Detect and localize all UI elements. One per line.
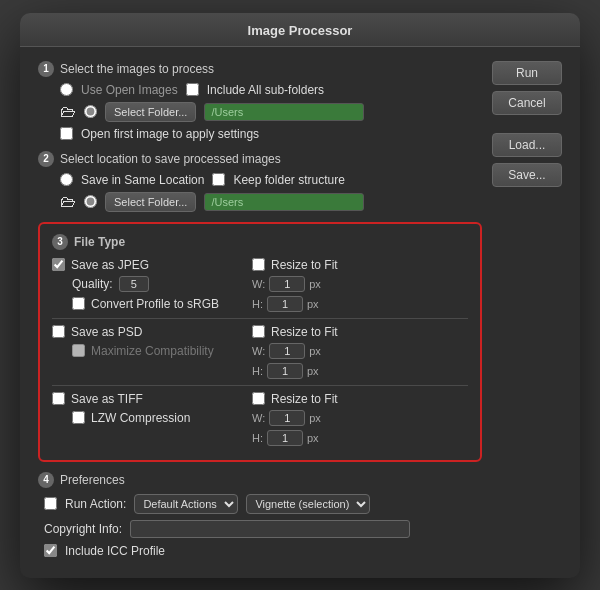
row-psd: Save as PSD Resize to Fit [52, 325, 468, 339]
ft-right-tiff-w: W: px [252, 410, 468, 426]
section-4-header: 4 Preferences [38, 472, 482, 488]
section-2-num: 2 [38, 151, 54, 167]
section-3-num: 3 [52, 234, 68, 250]
label-resize-psd: Resize to Fit [271, 325, 338, 339]
load-button[interactable]: Load... [492, 133, 562, 157]
checkbox-resize-tiff[interactable] [252, 392, 265, 405]
checkbox-save-jpeg[interactable] [52, 258, 65, 271]
ft-left-jpeg: Save as JPEG [52, 258, 252, 272]
run-button[interactable]: Run [492, 61, 562, 85]
checkbox-resize-jpeg[interactable] [252, 258, 265, 271]
row-jpeg: Save as JPEG Resize to Fit [52, 258, 468, 272]
copyright-input[interactable] [130, 520, 410, 538]
radio-select-folder-2[interactable] [84, 195, 97, 208]
input-h-psd[interactable] [267, 363, 303, 379]
dialog: Image Processor 1 Select the images to p… [20, 13, 580, 578]
label-save-same: Save in Same Location [81, 173, 204, 187]
section-2-header: 2 Select location to save processed imag… [38, 151, 482, 167]
checkbox-maximize[interactable] [72, 344, 85, 357]
side-buttons: Run Cancel Load... Save... [492, 61, 562, 564]
label-px-h-psd: px [307, 365, 319, 377]
label-resize-tiff: Resize to Fit [271, 392, 338, 406]
ft-right-psd-w: W: px [252, 343, 468, 359]
quality-input[interactable] [119, 276, 149, 292]
row-tiff-h: H: px [52, 430, 468, 446]
path-display-1: /Users [204, 103, 364, 121]
ft-right-psd-h: H: px [252, 363, 468, 379]
select-folder-btn-1[interactable]: Select Folder... [105, 102, 196, 122]
section-3-header: 3 File Type [52, 234, 468, 250]
row-select-folder-1: 🗁 Select Folder... /Users [38, 102, 482, 122]
checkbox-include-icc[interactable] [44, 544, 57, 557]
ft-maximize-area: Maximize Compatibility [52, 344, 252, 358]
section-2-label: Select location to save processed images [60, 152, 281, 166]
select-folder-btn-2[interactable]: Select Folder... [105, 192, 196, 212]
label-include-icc: Include ICC Profile [65, 544, 165, 558]
row-tiff: Save as TIFF Resize to Fit [52, 392, 468, 406]
row-convert-profile: Convert Profile to sRGB H: px [52, 296, 468, 312]
radio-use-open-images[interactable] [60, 83, 73, 96]
checkbox-save-tiff[interactable] [52, 392, 65, 405]
row-open-first: Open first image to apply settings [38, 127, 482, 141]
label-resize-jpeg: Resize to Fit [271, 258, 338, 272]
section-1: 1 Select the images to process Use Open … [38, 61, 482, 141]
sep-2 [52, 385, 468, 386]
folder-icon-2: 🗁 [60, 193, 76, 211]
input-h-jpeg[interactable] [267, 296, 303, 312]
row-maximize: Maximize Compatibility W: px [52, 343, 468, 359]
radio-save-same[interactable] [60, 173, 73, 186]
checkbox-lzw[interactable] [72, 411, 85, 424]
label-px-w-psd: px [309, 345, 321, 357]
checkbox-resize-psd[interactable] [252, 325, 265, 338]
section-1-header: 1 Select the images to process [38, 61, 482, 77]
label-w-psd: W: [252, 345, 265, 357]
ft-right-tiff: Resize to Fit [252, 392, 468, 406]
label-h-psd: H: [252, 365, 263, 377]
ft-quality-area: Quality: [52, 276, 252, 292]
radio-select-folder-1[interactable] [84, 105, 97, 118]
save-button[interactable]: Save... [492, 163, 562, 187]
label-px-h-tiff: px [307, 432, 319, 444]
row-psd-h: H: px [52, 363, 468, 379]
label-run-action: Run Action: [65, 497, 126, 511]
select-default-actions[interactable]: Default Actions [134, 494, 238, 514]
checkbox-convert-profile[interactable] [72, 297, 85, 310]
checkbox-keep-structure[interactable] [212, 173, 225, 186]
label-px-w-jpeg: px [309, 278, 321, 290]
label-w-jpeg: W: [252, 278, 265, 290]
label-h-tiff: H: [252, 432, 263, 444]
path-display-2: /Users [204, 193, 364, 211]
main-area: 1 Select the images to process Use Open … [38, 61, 482, 564]
label-px-w-tiff: px [309, 412, 321, 424]
ft-right-tiff-h: H: px [252, 430, 468, 446]
label-save-psd: Save as PSD [71, 325, 142, 339]
section-3-file-type: 3 File Type Save as JPEG Resize to Fit [38, 222, 482, 462]
label-save-tiff: Save as TIFF [71, 392, 143, 406]
row-copyright: Copyright Info: [38, 520, 482, 538]
row-lzw: LZW Compression W: px [52, 410, 468, 426]
section-2: 2 Select location to save processed imag… [38, 151, 482, 212]
label-save-jpeg: Save as JPEG [71, 258, 149, 272]
dialog-title: Image Processor [248, 23, 353, 38]
label-maximize: Maximize Compatibility [91, 344, 214, 358]
input-w-jpeg[interactable] [269, 276, 305, 292]
cancel-button[interactable]: Cancel [492, 91, 562, 115]
checkbox-run-action[interactable] [44, 497, 57, 510]
row-open-images: Use Open Images Include All sub-folders [38, 83, 482, 97]
ft-convert-area: Convert Profile to sRGB [52, 297, 252, 311]
label-convert-profile: Convert Profile to sRGB [91, 297, 219, 311]
label-copyright: Copyright Info: [44, 522, 122, 536]
section-4: 4 Preferences Run Action: Default Action… [38, 472, 482, 558]
row-save-same: Save in Same Location Keep folder struct… [38, 173, 482, 187]
input-w-tiff[interactable] [269, 410, 305, 426]
section-4-num: 4 [38, 472, 54, 488]
section-1-label: Select the images to process [60, 62, 214, 76]
checkbox-save-psd[interactable] [52, 325, 65, 338]
label-include-subfolders: Include All sub-folders [207, 83, 324, 97]
checkbox-include-subfolders[interactable] [186, 83, 199, 96]
input-w-psd[interactable] [269, 343, 305, 359]
row-run-action: Run Action: Default Actions Vignette (se… [38, 494, 482, 514]
checkbox-open-first[interactable] [60, 127, 73, 140]
select-vignette[interactable]: Vignette (selection) [246, 494, 370, 514]
input-h-tiff[interactable] [267, 430, 303, 446]
